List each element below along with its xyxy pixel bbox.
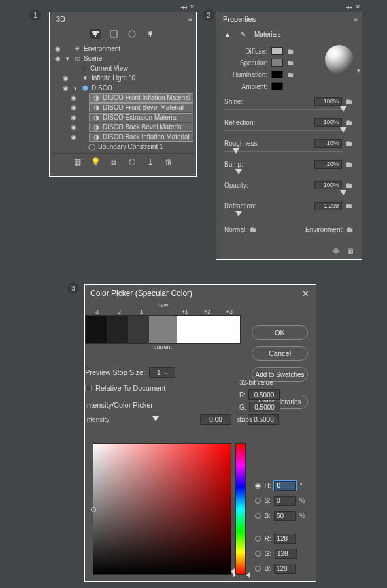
illumination-swatch[interactable] (271, 71, 283, 78)
b8-field[interactable] (274, 564, 296, 574)
diffuse-texture-icon[interactable]: 🖿 (287, 47, 294, 55)
r-radio[interactable] (255, 536, 261, 542)
bump-texture-icon[interactable]: 🖿 (345, 160, 354, 168)
g32-field[interactable] (249, 402, 280, 412)
shine-slider[interactable] (224, 106, 343, 113)
collapse-icon[interactable]: ◂◂ (180, 3, 187, 10)
light-new-icon[interactable]: 💡 (90, 157, 101, 167)
reflection-value[interactable]: 100% (314, 118, 342, 127)
visibility-icon[interactable]: ◉ (54, 55, 61, 62)
light-icon: ✷ (81, 74, 89, 82)
h-radio[interactable] (255, 483, 261, 489)
trash-icon[interactable]: 🗑 (163, 157, 174, 167)
tree-row-light[interactable]: ◉ ✷ Infinite Light ^0 (52, 73, 194, 83)
specular-texture-icon[interactable]: 🖿 (287, 59, 294, 67)
disclosure-icon[interactable]: ▾ (64, 56, 71, 62)
roughness-value[interactable]: 10% (314, 139, 342, 148)
camera-new-icon[interactable]: ⧈ (109, 157, 119, 167)
tree-row-material[interactable]: ◉ ◑ DISCO Front Bevel Material (52, 103, 194, 112)
s-field[interactable] (274, 496, 296, 506)
roughness-texture-icon[interactable]: 🖿 (345, 139, 354, 147)
tree-row-material[interactable]: ◉ ◑ DISCO Extrusion Material (52, 112, 194, 122)
roughness-slider[interactable] (224, 148, 343, 155)
refraction-value[interactable]: 1.299 (314, 202, 342, 210)
panel-menu-icon[interactable]: ≡ (188, 16, 192, 23)
normal-texture-icon[interactable]: 🖿 (250, 225, 257, 233)
b32-field[interactable] (248, 414, 279, 425)
saturation-value-field[interactable] (93, 443, 231, 575)
r32-field[interactable] (248, 389, 280, 400)
render-icon[interactable]: ▦ (72, 157, 82, 167)
panel-menu-icon[interactable]: ≡ (354, 16, 358, 23)
visibility-icon[interactable]: ◉ (69, 114, 77, 121)
b2-radio[interactable] (255, 566, 261, 572)
filter-light-icon[interactable] (145, 29, 156, 39)
illumination-texture-icon[interactable]: 🖿 (287, 71, 294, 78)
close-icon[interactable]: ✕ (355, 3, 360, 10)
ok-button[interactable]: OK (252, 325, 308, 340)
material-preview[interactable] (325, 45, 354, 74)
relative-checkbox[interactable] (85, 385, 92, 391)
tree-row-material[interactable]: ◉ ◑ DISCO Front Inflation Material (52, 93, 194, 103)
filter-scene-icon[interactable] (90, 29, 101, 39)
material-preview-menu-icon[interactable]: ▾ (357, 67, 360, 74)
visibility-icon[interactable]: ◉ (69, 133, 77, 140)
brush-mode-icon[interactable]: ✎ (239, 29, 248, 39)
visibility-icon[interactable]: ◉ (69, 104, 77, 111)
b-field[interactable] (274, 511, 296, 521)
opacity-slider[interactable] (224, 190, 343, 197)
diffuse-swatch[interactable] (271, 47, 283, 55)
intensity-slider[interactable] (116, 417, 195, 422)
specular-swatch[interactable] (271, 59, 283, 67)
tab-3d[interactable]: 3D (50, 12, 72, 25)
reflection-slider[interactable] (224, 127, 343, 134)
filter-mesh-icon[interactable] (109, 29, 119, 39)
new-material-icon[interactable]: ⊕ (333, 246, 339, 255)
shine-texture-icon[interactable]: 🖿 (345, 97, 354, 105)
tree-row-material[interactable]: ◉ ◑ DISCO Back Bevel Material (52, 122, 194, 132)
b-radio[interactable] (255, 513, 261, 519)
ambient-swatch[interactable] (271, 82, 283, 90)
trash-icon[interactable]: 🗑 (347, 246, 355, 255)
visibility-icon[interactable]: ◉ (61, 74, 69, 82)
preview-stop-select[interactable]: 1⌄ (149, 367, 175, 378)
close-icon[interactable]: ✕ (190, 3, 195, 10)
collapse-icon[interactable]: ◂◂ (346, 3, 352, 10)
tree-row-material[interactable]: ◉ ◑ DISCO Back Inflation Material (52, 132, 194, 142)
mesh-mode-icon[interactable]: ▲ (223, 29, 232, 39)
r8-field[interactable] (274, 534, 296, 544)
h-field[interactable] (274, 481, 296, 491)
visibility-icon[interactable]: ◉ (54, 45, 61, 52)
g-radio[interactable] (255, 551, 261, 557)
tree-row-environment[interactable]: ◉ ✳ Environment (52, 44, 194, 54)
add-icon[interactable]: ⤓ (145, 157, 156, 167)
tree-row-scene[interactable]: ◉ ▾ ▭ Scene (52, 54, 194, 63)
intensity-field[interactable] (200, 414, 231, 425)
opacity-texture-icon[interactable]: 🖿 (345, 181, 354, 189)
refraction-slider[interactable] (224, 211, 343, 218)
bump-value[interactable]: 20% (314, 160, 342, 169)
exposure-preview-strip[interactable] (85, 315, 241, 344)
g8-field[interactable] (275, 549, 297, 559)
scene-tree: ◉ ✳ Environment ◉ ▾ ▭ Scene 🎥 Current Vi… (50, 42, 196, 153)
s-radio[interactable] (255, 498, 261, 504)
mesh-new-icon[interactable]: ⬡ (127, 157, 137, 167)
refraction-texture-icon[interactable]: 🖿 (345, 202, 354, 210)
tree-row-boundary[interactable]: ◯ Boundary Constraint 1 (52, 142, 194, 152)
tree-row-disco[interactable]: ◉ ▾ ⬢ DISCO (52, 83, 194, 93)
visibility-icon[interactable]: ◉ (69, 94, 77, 101)
environment-texture-icon[interactable]: 🖿 (346, 225, 354, 233)
disclosure-icon[interactable]: ▾ (72, 85, 78, 91)
visibility-icon[interactable]: ◉ (61, 84, 69, 91)
shine-value[interactable]: 100% (314, 97, 342, 106)
opacity-value[interactable]: 100% (314, 181, 342, 189)
hue-strip[interactable] (235, 443, 246, 575)
cancel-button[interactable]: Cancel (252, 346, 308, 361)
reflection-texture-icon[interactable]: 🖿 (345, 118, 354, 126)
filter-material-icon[interactable] (127, 29, 137, 39)
tree-row-current-view[interactable]: 🎥 Current View (52, 63, 194, 73)
bump-slider[interactable] (224, 169, 343, 176)
close-icon[interactable]: ✕ (300, 288, 311, 299)
visibility-icon[interactable]: ◉ (69, 123, 77, 131)
tab-properties[interactable]: Properties (216, 12, 262, 25)
